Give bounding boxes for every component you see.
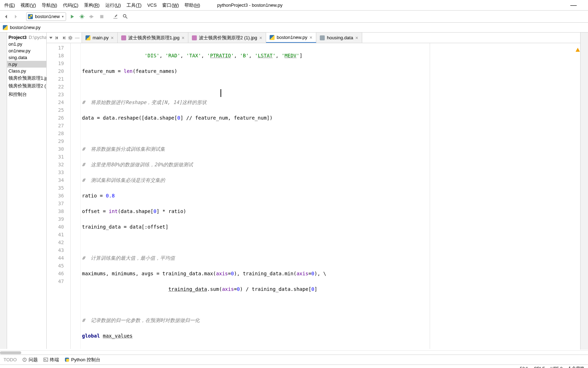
tab-label: main.py <box>93 35 109 40</box>
svg-point-0 <box>81 15 83 18</box>
tree-item-selected[interactable]: n.py <box>7 61 46 68</box>
horizontal-scrollbar[interactable] <box>0 350 588 355</box>
breadcrumb-file[interactable]: boston1new.py <box>10 25 41 30</box>
tab-image-1[interactable]: 波士顿房价预测原理1.jpg× <box>118 33 188 43</box>
close-icon[interactable]: × <box>182 35 184 41</box>
tab-sep-icon: — <box>75 35 80 40</box>
tool-window-stripe-right <box>580 33 588 350</box>
minimize-button[interactable]: — <box>568 1 579 9</box>
close-icon[interactable]: × <box>259 35 262 41</box>
menu-window[interactable]: 窗口(W) <box>159 1 182 10</box>
run-button[interactable] <box>68 13 76 21</box>
status-bar: 52:1 CRLF UTF-8 4 个空格 <box>0 364 588 368</box>
editor: — main.py× 波士顿房价预测原理1.jpg× 波士顿房价预测原理2 (1… <box>47 33 588 349</box>
image-file-icon <box>192 35 197 40</box>
warning-icon <box>575 47 580 52</box>
search-button[interactable] <box>121 13 129 21</box>
svg-rect-2 <box>100 15 104 18</box>
svg-rect-4 <box>56 36 57 39</box>
code-area[interactable]: 1718192021222324252627282930313233343536… <box>47 43 588 349</box>
tree-item[interactable]: on1.py <box>7 41 46 47</box>
problems-panel-button[interactable]: 问题 <box>22 357 38 363</box>
tab-boston1new[interactable]: boston1new.py× <box>266 33 316 43</box>
tree-item[interactable]: 顿房价预测原理2 (1).jpg <box>7 82 46 90</box>
image-file-icon <box>121 35 126 40</box>
python-icon <box>28 14 33 19</box>
tab-controls: — <box>47 33 82 43</box>
cursor-position[interactable]: 52:1 <box>520 366 528 368</box>
tab-housing-data[interactable]: housing.data× <box>316 33 362 43</box>
breadcrumb: boston1new.py <box>0 23 588 33</box>
todo-panel-button[interactable]: TODO <box>4 357 17 362</box>
tab-label: housing.data <box>327 35 353 40</box>
line-number-gutter: 1718192021222324252627282930313233343536… <box>47 43 71 349</box>
tree-item[interactable]: on1new.py <box>7 47 46 54</box>
menu-help[interactable]: 帮助(H) <box>182 1 203 10</box>
text-cursor <box>220 89 221 97</box>
python-console-button[interactable]: Python 控制台 <box>65 357 100 363</box>
menu-vcs[interactable]: VCS <box>145 1 160 9</box>
python-file-icon <box>270 35 275 40</box>
close-icon[interactable]: × <box>310 35 312 40</box>
tree-group[interactable]: 和控制台 <box>7 90 46 99</box>
menu-view[interactable]: 视图(V) <box>18 1 39 10</box>
svg-rect-5 <box>65 36 65 39</box>
nav-forward-icon[interactable] <box>12 13 19 20</box>
svg-rect-1 <box>89 16 91 17</box>
toolbar: boston1new ▾ <box>0 11 588 23</box>
close-icon[interactable]: × <box>355 35 358 41</box>
data-file-icon <box>320 35 325 40</box>
window-title: pythonProject3 - boston1new.py <box>217 2 282 8</box>
prev-tab-icon[interactable] <box>55 36 59 40</box>
run-config-label: boston1new <box>35 14 60 19</box>
menu-code[interactable]: 代码(C) <box>60 1 81 10</box>
tree-item[interactable]: sing.data <box>7 54 46 61</box>
menu-run[interactable]: 运行(U) <box>102 1 124 10</box>
python-file-icon <box>86 35 90 40</box>
chevron-down-icon: ▾ <box>62 15 64 18</box>
settings-gear-icon[interactable] <box>68 35 73 40</box>
tree-item[interactable]: Class.py <box>7 68 46 74</box>
coverage-button[interactable] <box>88 13 96 21</box>
tree-item[interactable]: 顿房价预测原理1.jpg <box>7 74 46 82</box>
tab-label: 波士顿房价预测原理1.jpg <box>128 35 180 41</box>
tab-main-py[interactable]: main.py× <box>82 33 118 43</box>
fold-gutter[interactable] <box>71 43 81 349</box>
svg-rect-10 <box>66 359 69 362</box>
nav-back-icon[interactable] <box>3 13 10 20</box>
svg-point-6 <box>69 37 71 39</box>
next-tab-icon[interactable] <box>61 36 66 40</box>
line-separator[interactable]: CRLF <box>534 366 545 368</box>
expand-down-icon[interactable] <box>49 36 53 40</box>
debug-button[interactable] <box>78 13 86 21</box>
menu-file[interactable]: 件(E) <box>1 1 18 10</box>
editor-right-margin: 3 <box>430 43 588 349</box>
menu-nav[interactable]: 导航(N) <box>39 1 60 10</box>
svg-point-3 <box>123 15 126 17</box>
tree-root[interactable]: Project3D:\pycharm\ <box>7 34 46 41</box>
run-config-dropdown[interactable]: boston1new ▾ <box>26 12 66 21</box>
tab-label: boston1new.py <box>277 35 307 40</box>
build-button[interactable] <box>111 13 119 21</box>
menu-tools[interactable]: 工具(T) <box>124 1 145 10</box>
menu-bar: 件(E) 视图(V) 导航(N) 代码(C) 重构(R) 运行(U) 工具(T)… <box>0 0 588 11</box>
python-file-icon <box>3 25 8 30</box>
project-tree[interactable]: Project3D:\pycharm\ on1.py on1new.py sin… <box>7 33 47 349</box>
menu-refactor[interactable]: 重构(R) <box>81 1 102 10</box>
bottom-panel: TODO 问题 终端 Python 控制台 <box>0 355 588 364</box>
indent-settings[interactable]: 4 个空格 <box>568 366 584 368</box>
code-body[interactable]: 'DIS', 'RAD', 'TAX', 'PTRATIO', 'B', 'LS… <box>81 43 430 349</box>
tool-window-stripe-left <box>0 33 7 349</box>
close-icon[interactable]: × <box>111 35 114 41</box>
tab-image-2[interactable]: 波士顿房价预测原理2 (1).jpg× <box>188 33 266 43</box>
terminal-panel-button[interactable]: 终端 <box>43 357 59 363</box>
tab-label: 波士顿房价预测原理2 (1).jpg <box>199 35 257 41</box>
editor-tab-row: — main.py× 波士顿房价预测原理1.jpg× 波士顿房价预测原理2 (1… <box>47 33 588 43</box>
stop-button[interactable] <box>98 13 106 21</box>
file-encoding[interactable]: UTF-8 <box>551 366 563 368</box>
scrollbar-thumb[interactable] <box>0 351 21 354</box>
